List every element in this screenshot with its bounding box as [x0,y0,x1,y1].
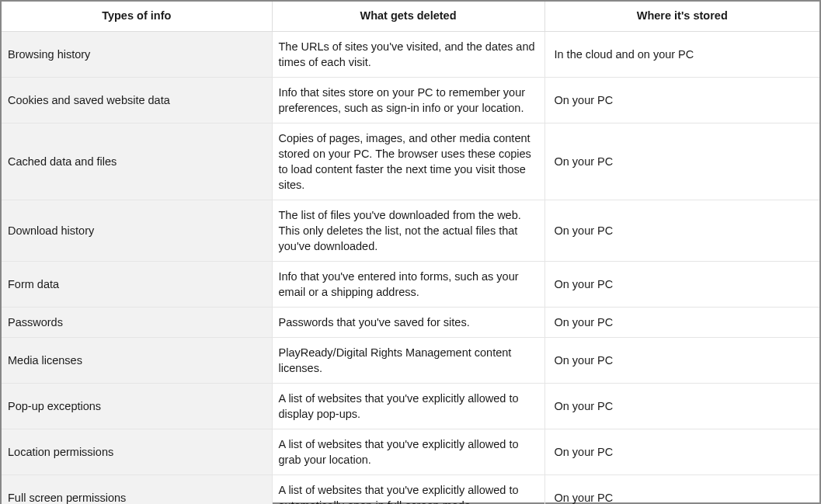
table-row: Location permissions A list of websites … [2,429,819,475]
cell-type: Media licenses [2,338,272,384]
cell-type: Cached data and files [2,123,272,200]
cell-type: Passwords [2,308,272,338]
table-row: Media licenses PlayReady/Digital Rights … [2,338,819,384]
cell-what: Passwords that you've saved for sites. [272,308,544,338]
cell-where: On your PC [544,200,819,262]
table-row: Passwords Passwords that you've saved fo… [2,308,819,338]
table-row: Download history The list of files you'v… [2,200,819,262]
cell-what: A list of websites that you've explicitl… [272,384,544,429]
cell-type: Form data [2,262,272,308]
cell-what: Info that you've entered into forms, suc… [272,262,544,308]
cell-where: On your PC [544,429,819,475]
cell-type: Location permissions [2,429,272,475]
cell-where: On your PC [544,475,819,505]
cell-type: Pop-up exceptions [2,384,272,429]
cell-what: The URLs of sites you've visited, and th… [272,32,544,78]
table-row: Full screen permissions A list of websit… [2,475,819,505]
cell-type: Browsing history [2,32,272,78]
table-row: Browsing history The URLs of sites you'v… [2,32,819,78]
cell-what: The list of files you've downloaded from… [272,200,544,262]
table-row: Pop-up exceptions A list of websites tha… [2,384,819,429]
cell-what: A list of websites that you've explicitl… [272,475,544,505]
table-row: Cookies and saved website data Info that… [2,78,819,123]
cell-what: A list of websites that you've explicitl… [272,429,544,475]
cell-where: On your PC [544,308,819,338]
table-row: Form data Info that you've entered into … [2,262,819,308]
header-where-its-stored: Where it's stored [544,2,819,32]
info-table-frame: Types of info What gets deleted Where it… [0,0,821,504]
cell-where: In the cloud and on your PC [544,32,819,78]
header-types-of-info: Types of info [2,2,272,32]
cell-where: On your PC [544,123,819,200]
header-what-gets-deleted: What gets deleted [272,2,544,32]
cell-type: Download history [2,200,272,262]
cell-what: PlayReady/Digital Rights Management cont… [272,338,544,384]
cell-where: On your PC [544,262,819,308]
header-row: Types of info What gets deleted Where it… [2,2,819,32]
cell-what: Info that sites store on your PC to reme… [272,78,544,123]
cell-what: Copies of pages, images, and other media… [272,123,544,200]
cell-where: On your PC [544,338,819,384]
cell-type: Cookies and saved website data [2,78,272,123]
info-table: Types of info What gets deleted Where it… [2,2,819,504]
cell-type: Full screen permissions [2,475,272,505]
cell-where: On your PC [544,78,819,123]
cell-where: On your PC [544,384,819,429]
table-row: Cached data and files Copies of pages, i… [2,123,819,200]
